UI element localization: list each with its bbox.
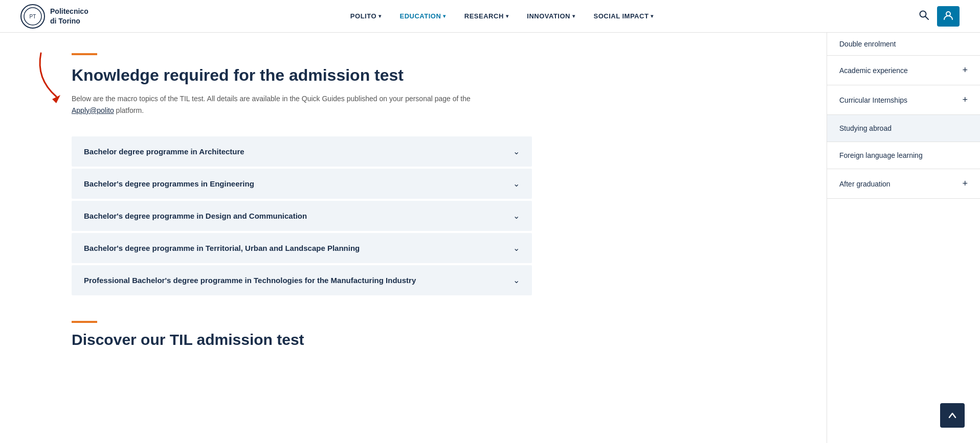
svg-text:PT: PT	[30, 14, 36, 19]
nav-education[interactable]: EDUCATION ▾	[393, 8, 453, 24]
accordion-list: Bachelor degree programme in Architectur…	[72, 136, 532, 295]
nav-innovation[interactable]: INNOVATION ▾	[520, 8, 582, 24]
chevron-down-icon: ▾	[378, 13, 382, 19]
chevron-down-icon: ⌄	[513, 243, 520, 253]
bottom-section: Discover our TIL admission test	[72, 321, 786, 348]
sidebar-item-after-graduation[interactable]: After graduation +	[827, 169, 980, 199]
orange-divider	[72, 53, 97, 55]
sidebar-item-academic-experience[interactable]: Academic experience +	[827, 56, 980, 85]
nav-social-impact[interactable]: SOCIAL IMPACT ▾	[586, 8, 660, 24]
sidebar-item-foreign-language[interactable]: Foreign language learning	[827, 142, 980, 169]
arrow-decoration	[31, 48, 72, 104]
accordion-item-engineering[interactable]: Bachelor's degree programmes in Engineer…	[72, 169, 532, 199]
logo-text: Politecnico di Torino	[50, 7, 88, 25]
main-content: Knowledge required for the admission tes…	[0, 33, 827, 443]
sidebar: Double enrolment Academic experience + C…	[827, 33, 980, 443]
page-title: Knowledge required for the admission tes…	[72, 65, 786, 85]
expand-icon: +	[962, 95, 968, 105]
header-actions	[916, 6, 960, 27]
header: PT Politecnico di Torino POLITO ▾ EDUCAT…	[0, 0, 980, 33]
nav-polito[interactable]: POLITO ▾	[343, 8, 389, 24]
expand-icon: +	[962, 65, 968, 76]
accordion-item-architecture[interactable]: Bachelor degree programme in Architectur…	[72, 136, 532, 167]
chevron-down-icon: ⌄	[513, 211, 520, 221]
svg-point-4	[946, 12, 950, 16]
main-nav: POLITO ▾ EDUCATION ▾ RESEARCH ▾ INNOVATI…	[343, 8, 661, 24]
svg-point-2	[920, 11, 926, 17]
sidebar-item-studying-abroad[interactable]: Studying abroad	[827, 115, 980, 142]
sidebar-item-double-enrolment[interactable]: Double enrolment	[827, 33, 980, 56]
accordion-item-professional[interactable]: Professional Bachelor's degree programme…	[72, 265, 532, 295]
accordion-item-design[interactable]: Bachelor's degree programme in Design an…	[72, 201, 532, 231]
chevron-down-icon: ▾	[443, 13, 446, 19]
logo-icon: PT	[20, 4, 45, 29]
chevron-down-icon: ⌄	[513, 147, 520, 156]
bottom-orange-divider	[72, 321, 97, 323]
sidebar-item-curricular-internships[interactable]: Curricular Internships +	[827, 85, 980, 115]
apply-polito-link[interactable]: Apply@polito	[72, 106, 114, 114]
nav-research[interactable]: RESEARCH ▾	[457, 8, 516, 24]
user-button[interactable]	[937, 6, 960, 27]
chevron-down-icon: ⌄	[513, 275, 520, 285]
chevron-down-icon: ▾	[651, 13, 654, 19]
logo-area[interactable]: PT Politecnico di Torino	[20, 4, 88, 29]
chevron-down-icon: ▾	[506, 13, 509, 19]
page-layout: Knowledge required for the admission tes…	[0, 33, 980, 443]
accordion-item-territorial[interactable]: Bachelor's degree programme in Territori…	[72, 233, 532, 263]
chevron-down-icon: ▾	[572, 13, 575, 19]
search-button[interactable]	[916, 7, 932, 26]
svg-line-3	[925, 17, 928, 20]
chevron-down-icon: ⌄	[513, 179, 520, 189]
section-subtitle: Below are the macro topics of the TIL te…	[72, 93, 481, 116]
bottom-title: Discover our TIL admission test	[72, 331, 786, 348]
expand-icon: +	[962, 178, 968, 189]
scroll-to-top-button[interactable]	[940, 403, 965, 428]
